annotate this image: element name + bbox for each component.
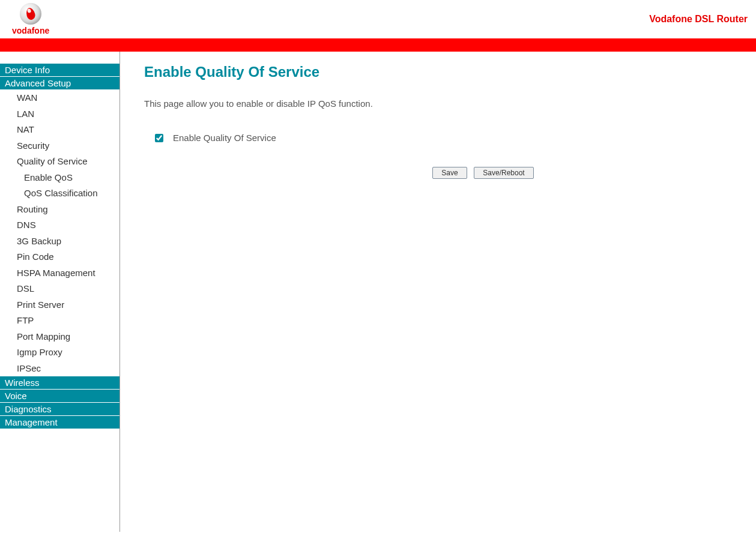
logo-icon: [20, 3, 41, 25]
nav-wireless[interactable]: Wireless: [0, 376, 119, 389]
page-title: Vodafone DSL Router: [649, 14, 748, 25]
nav-dns[interactable]: DNS: [0, 217, 119, 233]
logo-text: vodafone: [12, 26, 49, 35]
checkbox-row: Enable Quality Of Service: [155, 133, 732, 143]
nav-lan[interactable]: LAN: [0, 106, 119, 122]
page-description: This page allow you to enable or disable…: [144, 98, 732, 109]
vodafone-logo: vodafone: [12, 3, 49, 35]
nav-qos-classification[interactable]: QoS Classification: [0, 185, 119, 202]
enable-qos-checkbox[interactable]: [155, 134, 163, 142]
nav-routing[interactable]: Routing: [0, 202, 119, 218]
nav-advanced-setup[interactable]: Advanced Setup: [0, 77, 119, 89]
sidebar: Device Info Advanced Setup WAN LAN NAT S…: [0, 52, 120, 532]
red-bar: [0, 38, 756, 52]
nav-igmp-proxy[interactable]: Igmp Proxy: [0, 345, 119, 361]
nav-enable-qos[interactable]: Enable QoS: [0, 170, 119, 186]
nav-3g-backup[interactable]: 3G Backup: [0, 233, 119, 250]
save-reboot-button[interactable]: Save/Reboot: [474, 167, 533, 179]
nav-diagnostics[interactable]: Diagnostics: [0, 403, 119, 415]
page-heading: Enable Quality Of Service: [144, 64, 732, 80]
nav-ftp[interactable]: FTP: [0, 313, 119, 329]
nav-management[interactable]: Management: [0, 416, 119, 429]
nav-ipsec[interactable]: IPSec: [0, 361, 119, 377]
nav-dsl[interactable]: DSL: [0, 281, 119, 297]
nav-port-mapping[interactable]: Port Mapping: [0, 329, 119, 345]
nav-voice[interactable]: Voice: [0, 390, 119, 402]
nav-qos[interactable]: Quality of Service: [0, 154, 119, 170]
nav-wan[interactable]: WAN: [0, 90, 119, 106]
nav-nat[interactable]: NAT: [0, 122, 119, 138]
nav-device-info[interactable]: Device Info: [0, 64, 119, 76]
nav-security[interactable]: Security: [0, 138, 119, 154]
header: vodafone Vodafone DSL Router: [0, 0, 756, 38]
content: Enable Quality Of Service This page allo…: [120, 52, 756, 532]
button-row: Save Save/Reboot: [234, 167, 732, 179]
save-button[interactable]: Save: [432, 167, 467, 179]
nav-pin-code[interactable]: Pin Code: [0, 249, 119, 265]
nav-hspa-management[interactable]: HSPA Management: [0, 265, 119, 282]
checkbox-label: Enable Quality Of Service: [173, 133, 276, 143]
nav-print-server[interactable]: Print Server: [0, 297, 119, 313]
